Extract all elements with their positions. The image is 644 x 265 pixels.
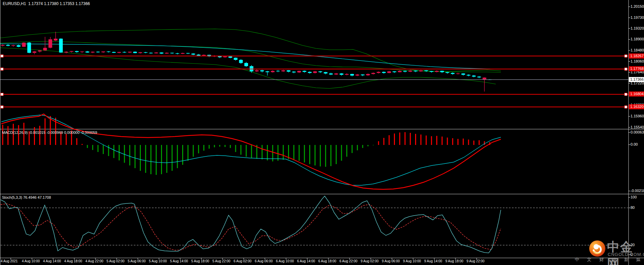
level-price-tag: 1.17768 [629, 66, 644, 71]
candlestick [17, 45, 21, 47]
price-tick-label: 1.18480 [631, 48, 644, 52]
time-tick-label: 9 Aug 10:00 [403, 259, 421, 263]
candlestick [281, 70, 285, 71]
price-tick-label: 1.18060 [631, 59, 644, 63]
price-tick-label: 1.15540 [631, 125, 644, 129]
candlestick [414, 71, 417, 71]
candlestick [377, 72, 380, 73]
candlestick [382, 72, 386, 73]
candlestick [154, 52, 158, 53]
time-tick-label: 6 Aug 06:00 [255, 259, 273, 263]
candlestick [160, 52, 163, 53]
candlestick [229, 56, 232, 58]
macd-indicator-label: MACD(12,26,9) -0.001015 -0.000969 0.0000… [2, 130, 97, 135]
candlestick [287, 70, 290, 72]
candlestick [451, 73, 454, 74]
candlestick [324, 72, 327, 74]
candlestick [313, 71, 317, 73]
price-tick-label: 1.19730 [631, 15, 644, 20]
candlestick [387, 71, 391, 73]
level-price-tag: 1.18267 [629, 53, 644, 59]
candlestick [461, 73, 465, 75]
candlestick [202, 55, 206, 55]
level-line-handle[interactable] [625, 68, 627, 70]
candlestick [425, 70, 428, 71]
macd-max-label: 0.000633 [631, 130, 644, 134]
time-tick-label: 5 Aug 14:00 [170, 259, 188, 263]
level-line-handle[interactable] [1, 68, 3, 70]
candlestick [308, 72, 312, 73]
candlestick [350, 74, 354, 76]
candlestick [192, 53, 195, 54]
level-line-handle[interactable] [625, 55, 627, 58]
candlestick [43, 48, 47, 50]
candlestick [456, 73, 460, 74]
time-tick-label: 5 Aug 02:00 [107, 259, 124, 263]
candlestick [91, 52, 94, 52]
mt4-chart-window: EURUSD,H1 1.17374 1.17380 1.17353 1.1736… [0, 0, 644, 265]
candlestick [102, 51, 105, 52]
level-line-handle[interactable] [625, 106, 627, 108]
time-tick-label: 5 Aug 06:00 [128, 259, 146, 263]
candlestick [266, 71, 269, 72]
candlestick [366, 74, 370, 75]
band-lower-line [0, 48, 496, 88]
level-price-tag: 1.16804 [629, 91, 644, 97]
candlestick [170, 53, 174, 53]
candlestick [48, 39, 52, 48]
candlestick [408, 71, 412, 72]
candlestick [255, 70, 259, 71]
candlestick [467, 75, 471, 75]
candlestick [186, 53, 190, 54]
time-tick-label: 6 Aug 14:00 [297, 259, 315, 263]
time-tick-label: 9 Aug 02:00 [361, 259, 378, 263]
candlestick [38, 50, 42, 51]
stoch-signal-line [1, 204, 501, 250]
candlestick [239, 60, 243, 63]
price-tick-label: 1.18900 [631, 37, 644, 41]
level-line-handle[interactable] [625, 93, 627, 96]
time-tick-label: 9 Aug 06:00 [382, 259, 400, 263]
time-tick-label: 9 Aug 18:00 [445, 259, 463, 263]
candlestick [6, 45, 10, 46]
stoch-main-line [1, 196, 501, 253]
time-tick-label: 6 Aug 02:00 [234, 259, 251, 263]
candlestick [345, 74, 349, 75]
candlestick [144, 52, 148, 53]
level-line-handle[interactable] [1, 106, 3, 108]
candlestick [133, 52, 137, 53]
candlestick [149, 53, 153, 53]
time-tick-label: 4 Aug 18:00 [64, 259, 82, 263]
time-tick-label: 9 Aug 22:00 [467, 259, 484, 263]
band-upper-line [0, 29, 501, 71]
candlestick [334, 73, 338, 74]
macd-min-label: -0.002183 [631, 189, 644, 193]
candlestick [70, 51, 73, 52]
candlestick [356, 75, 359, 76]
stoch-indicator-label: Stoch(5,3,3) 76.4946 47.1708 [2, 195, 51, 199]
candlestick [33, 51, 36, 53]
cngold-tagline-text: 中 文 财 经 新 媒 体 [575, 257, 644, 263]
candlestick [483, 78, 486, 79]
candlestick [393, 71, 396, 72]
candlestick [75, 51, 79, 52]
level-line-handle[interactable] [1, 55, 3, 58]
candlestick [271, 71, 275, 72]
candlestick [107, 51, 111, 52]
candlestick [403, 71, 407, 72]
candlestick [419, 70, 423, 71]
time-tick-label: 4 Aug 14:00 [43, 259, 61, 263]
time-tick-label: 5 Aug 10:00 [149, 259, 167, 263]
stoch-tick-label: 100 [631, 195, 637, 199]
candlestick [112, 52, 116, 53]
candlestick [371, 73, 375, 74]
candlestick [128, 52, 132, 52]
candlestick [11, 45, 15, 46]
level-line-handle[interactable] [1, 93, 3, 96]
candlestick [340, 73, 344, 75]
candlestick [138, 52, 142, 53]
candlestick [446, 72, 449, 73]
candlestick [86, 51, 89, 52]
candlestick [292, 72, 296, 72]
cngold-badge-icon [589, 240, 606, 257]
